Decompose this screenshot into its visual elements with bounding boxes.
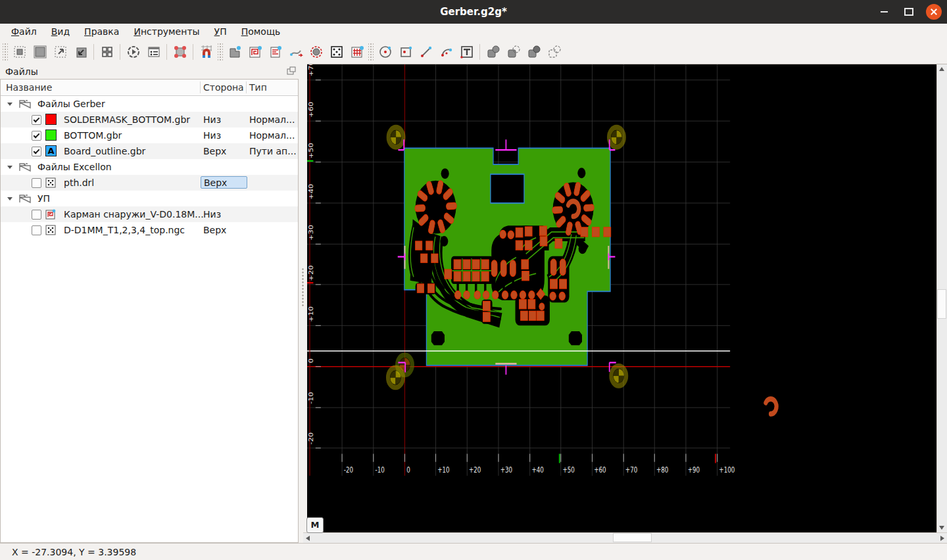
side-select-cell[interactable]: Верх bbox=[201, 176, 247, 189]
visibility-checkbox[interactable] bbox=[32, 225, 41, 235]
caret-down-icon[interactable] bbox=[7, 197, 12, 200]
column-name[interactable]: Название bbox=[6, 80, 52, 95]
drill-array-icon[interactable] bbox=[326, 42, 347, 62]
job-properties-icon[interactable] bbox=[143, 42, 164, 62]
svg-text:+90: +90 bbox=[688, 466, 700, 474]
file-row-soldermask[interactable]: SOLDERMASK_BOTTOM.gbr Низ Нормал... bbox=[1, 112, 298, 128]
pocket-icon bbox=[45, 209, 56, 220]
new-path-icon[interactable] bbox=[285, 42, 306, 62]
file-side[interactable]: Верх bbox=[203, 143, 226, 159]
file-row-pocket[interactable]: Карман снаружи_V-D0.18M... Низ bbox=[1, 206, 298, 222]
file-type[interactable]: Пути ап... bbox=[249, 143, 297, 159]
minimize-button[interactable] bbox=[876, 4, 892, 20]
fiducial-target bbox=[609, 128, 624, 147]
horizontal-scrollbar-thumb[interactable] bbox=[613, 533, 652, 542]
bool-subtract-icon[interactable] bbox=[523, 42, 544, 62]
svg-text:+60: +60 bbox=[594, 466, 606, 474]
svg-text:+30: +30 bbox=[500, 466, 512, 474]
visibility-checkbox[interactable] bbox=[32, 131, 41, 141]
zoom-out-selection-icon[interactable] bbox=[50, 42, 70, 62]
scroll-down-icon[interactable] bbox=[939, 526, 944, 532]
arrange-tiles-icon[interactable] bbox=[97, 42, 117, 62]
zoom-original-icon[interactable] bbox=[30, 42, 50, 62]
draw-circle-icon[interactable] bbox=[375, 42, 395, 62]
group-label: УП bbox=[37, 191, 50, 206]
file-type[interactable]: Нормал... bbox=[249, 112, 295, 128]
menu-file[interactable]: Файл bbox=[4, 25, 44, 38]
file-type[interactable]: Нормал... bbox=[249, 128, 295, 143]
bool-union-icon[interactable] bbox=[483, 42, 503, 62]
menu-bar: Файл Вид Правка Инструменты УП Помощь bbox=[0, 24, 947, 39]
run-gcode-icon[interactable] bbox=[123, 42, 143, 62]
menu-cnc[interactable]: УП bbox=[207, 25, 234, 38]
svg-text:+20: +20 bbox=[308, 266, 314, 281]
column-side[interactable]: Сторона bbox=[203, 80, 244, 95]
float-panel-icon[interactable] bbox=[287, 66, 296, 75]
zoom-in-selection-icon[interactable] bbox=[70, 42, 91, 62]
draw-rectangle-icon[interactable] bbox=[395, 42, 416, 62]
draw-text-icon[interactable] bbox=[456, 42, 477, 62]
file-row-bottom[interactable]: BOTTOM.gbr Низ Нормал... bbox=[1, 128, 298, 143]
file-row-drillngc[interactable]: D-D1MM_T1,2,3,4_top.ngc Верх bbox=[1, 222, 298, 238]
close-button[interactable] bbox=[926, 4, 942, 20]
set-origin-icon[interactable] bbox=[170, 42, 190, 62]
plot-canvas[interactable]: -20-100+10+20+30+40+50+60+70+80+90+100+7… bbox=[307, 64, 936, 532]
file-side[interactable]: Низ bbox=[203, 206, 221, 222]
group-row-gerber[interactable]: Файлы Gerber bbox=[1, 96, 298, 112]
title-bar[interactable]: Gerber.g2g* bbox=[0, 0, 947, 24]
toolbar-drag-handle[interactable] bbox=[218, 43, 223, 60]
column-type[interactable]: Тип bbox=[249, 80, 267, 95]
file-name: SOLDERMASK_BOTTOM.gbr bbox=[64, 112, 190, 128]
bool-intersection-icon[interactable] bbox=[503, 42, 523, 62]
panel-splitter[interactable] bbox=[299, 64, 307, 543]
scroll-left-icon[interactable] bbox=[303, 536, 310, 541]
draw-line-icon[interactable] bbox=[416, 42, 436, 62]
group-label: Файлы Gerber bbox=[37, 96, 105, 112]
svg-text:+80: +80 bbox=[656, 466, 668, 474]
svg-text:+70: +70 bbox=[308, 64, 314, 76]
toolbar-drag-handle[interactable] bbox=[368, 43, 374, 60]
svg-text:-10: -10 bbox=[308, 392, 314, 404]
file-name: Board_outline.gbr bbox=[64, 143, 145, 159]
draw-arc-icon[interactable] bbox=[436, 42, 456, 62]
file-side[interactable]: Верх bbox=[203, 222, 226, 238]
scroll-right-icon[interactable] bbox=[940, 536, 947, 541]
visibility-checkbox[interactable] bbox=[32, 147, 41, 156]
visibility-checkbox[interactable] bbox=[32, 178, 41, 188]
new-pocket-spiral-icon[interactable] bbox=[245, 42, 265, 62]
pcb-board bbox=[404, 148, 777, 413]
menu-help[interactable]: Помощь bbox=[234, 25, 288, 38]
scroll-up-icon[interactable] bbox=[939, 64, 944, 71]
group-row-excellon[interactable]: Файлы Excellon bbox=[1, 159, 298, 175]
vertical-scrollbar-thumb[interactable] bbox=[937, 289, 946, 319]
svg-text:+60: +60 bbox=[308, 102, 314, 118]
bool-cutout-icon[interactable] bbox=[544, 42, 564, 62]
caret-down-icon[interactable] bbox=[7, 103, 12, 106]
snap-grid-magnet-icon[interactable] bbox=[196, 42, 216, 62]
file-side[interactable]: Низ bbox=[203, 128, 221, 143]
pattern-array-icon[interactable] bbox=[347, 42, 367, 62]
toolbar-drag-handle[interactable] bbox=[3, 43, 8, 60]
files-tree: Название Сторона Тип Файлы Gerber SOLDER… bbox=[0, 79, 299, 543]
menu-view[interactable]: Вид bbox=[44, 25, 77, 38]
file-row-outline[interactable]: A Board_outline.gbr Верх Пути ап... bbox=[1, 143, 298, 159]
application-window: Gerber.g2g* Файл Вид Правка Инструменты … bbox=[0, 0, 947, 560]
svg-text:0: 0 bbox=[308, 358, 314, 363]
visibility-checkbox[interactable] bbox=[32, 115, 41, 125]
maximize-button[interactable] bbox=[901, 4, 917, 20]
menu-edit[interactable]: Правка bbox=[77, 25, 126, 38]
aperture-circle-icon[interactable] bbox=[306, 42, 326, 62]
files-panel: Файлы Название Сторона Тип Файлы Gerber … bbox=[0, 64, 299, 543]
group-row-cnc[interactable]: УП bbox=[1, 191, 298, 206]
units-button[interactable]: M bbox=[306, 517, 324, 533]
visibility-checkbox[interactable] bbox=[32, 210, 41, 220]
new-gerber-icon[interactable] bbox=[224, 42, 245, 62]
file-side[interactable]: Низ bbox=[203, 112, 221, 128]
svg-text:+70: +70 bbox=[625, 466, 637, 474]
menu-tools[interactable]: Инструменты bbox=[126, 25, 206, 38]
new-document-icon[interactable] bbox=[265, 42, 285, 62]
svg-text:+30: +30 bbox=[308, 225, 314, 241]
zoom-fit-icon[interactable] bbox=[9, 42, 30, 62]
caret-down-icon[interactable] bbox=[7, 166, 12, 169]
file-row-pth[interactable]: pth.drl Верх bbox=[1, 175, 298, 191]
